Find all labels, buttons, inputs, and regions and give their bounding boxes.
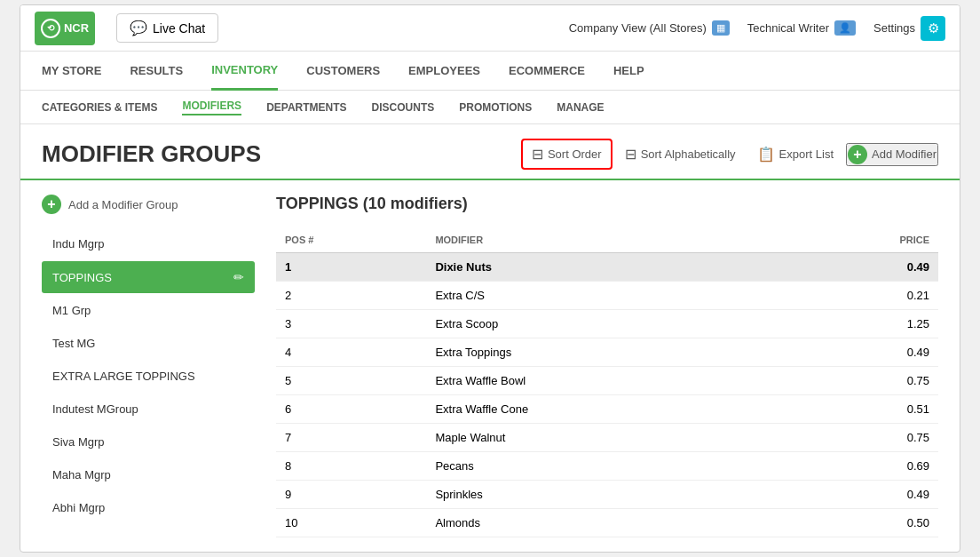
sidebar-item-extra-large-toppings[interactable]: EXTRA LARGE TOPPINGS — [42, 361, 255, 392]
col-modifier: MODIFIER — [426, 227, 784, 253]
company-view: Company View (All Stores) ▦ — [569, 20, 730, 36]
nav-my-store[interactable]: MY STORE — [42, 52, 101, 91]
top-bar-right: Company View (All Stores) ▦ Technical Wr… — [569, 16, 945, 41]
cell-modifier: Extra C/S — [426, 282, 784, 310]
cell-modifier: Extra Waffle Cone — [426, 395, 784, 424]
cell-pos: 4 — [276, 338, 426, 367]
export-list-button[interactable]: 📋 Export List — [748, 140, 842, 168]
sidebar-item-test-mg[interactable]: Test MG — [42, 328, 255, 359]
nav-employees[interactable]: EMPLOYEES — [408, 52, 480, 91]
add-modifier-label: Add Modifier — [872, 147, 937, 161]
col-pos: POS # — [276, 227, 426, 253]
sidebar-item-toppings[interactable]: TOPPINGS ✏ — [42, 261, 255, 293]
cell-price: 0.75 — [785, 424, 938, 452]
cell-price: 0.75 — [785, 367, 938, 395]
sort-order-icon: ⊟ — [532, 146, 543, 163]
sort-order-button[interactable]: ⊟ Sort Order — [521, 139, 612, 170]
cell-modifier: Maple Walnut — [426, 424, 784, 452]
cell-pos: 6 — [276, 395, 426, 424]
add-mg-label: Add a Modifier Group — [68, 198, 178, 211]
subnav-categories[interactable]: CATEGORIES & ITEMS — [42, 101, 157, 114]
sort-order-label: Sort Order — [548, 147, 602, 161]
sidebar-item-abhi-mgrp[interactable]: Abhi Mgrp — [42, 492, 255, 523]
ncr-logo-text: NCR — [64, 21, 89, 35]
cell-pos: 10 — [276, 509, 426, 537]
table-row[interactable]: 6 Extra Waffle Cone 0.51 — [276, 395, 938, 424]
table-row[interactable]: 4 Extra Toppings 0.49 — [276, 338, 938, 367]
sub-nav: CATEGORIES & ITEMS MODIFIERS DEPARTMENTS… — [20, 91, 960, 124]
export-icon: 📋 — [757, 146, 775, 163]
table-row[interactable]: 7 Maple Walnut 0.75 — [276, 424, 938, 452]
add-modifier-button[interactable]: + Add Modifier — [846, 143, 938, 166]
cell-modifier: Sprinkles — [426, 481, 784, 509]
settings-label: Settings — [873, 21, 915, 35]
top-bar: ⟲ NCR 💬 Live Chat Company View (All Stor… — [20, 5, 960, 52]
cell-price: 0.69 — [785, 452, 938, 481]
cell-modifier: Dixie Nuts — [426, 253, 784, 282]
nav-customers[interactable]: CUSTOMERS — [306, 52, 380, 91]
nav-inventory[interactable]: INVENTORY — [211, 52, 278, 91]
cell-price: 0.49 — [785, 253, 938, 282]
sort-alpha-icon: ⊟ — [625, 146, 636, 163]
nav-results[interactable]: RESULTS — [130, 52, 183, 91]
table-row[interactable]: 2 Extra C/S 0.21 — [276, 282, 938, 310]
subnav-discounts[interactable]: DISCOUNTS — [372, 101, 435, 114]
table-row[interactable]: 8 Pecans 0.69 — [276, 452, 938, 481]
page-header: MODIFIER GROUPS ⊟ Sort Order ⊟ Sort Alph… — [20, 124, 960, 180]
add-mg-plus-icon: + — [42, 195, 61, 214]
content-area: + Add a Modifier Group Indu Mgrp TOPPING… — [20, 180, 960, 552]
col-price: PRICE — [785, 227, 938, 253]
live-chat-button[interactable]: 💬 Live Chat — [116, 13, 218, 43]
subnav-modifiers[interactable]: MODIFIERS — [182, 99, 241, 115]
sort-alpha-button[interactable]: ⊟ Sort Alphabetically — [616, 140, 745, 168]
add-plus-icon: + — [848, 145, 867, 164]
company-view-label: Company View (All Stores) — [569, 21, 707, 35]
cell-pos: 8 — [276, 452, 426, 481]
cell-price: 0.51 — [785, 395, 938, 424]
cell-price: 0.49 — [785, 338, 938, 367]
cell-pos: 9 — [276, 481, 426, 509]
sidebar-item-indutest-mgroup[interactable]: Indutest MGroup — [42, 394, 255, 425]
nav-help[interactable]: HELP — [613, 52, 644, 91]
sort-alpha-label: Sort Alphabetically — [641, 147, 736, 161]
sidebar-item-maha-mgrp[interactable]: Maha Mgrp — [42, 459, 255, 490]
sidebar-item-m1-grp[interactable]: M1 Grp — [42, 295, 255, 326]
cell-pos: 7 — [276, 424, 426, 452]
subnav-manage[interactable]: MANAGE — [557, 101, 604, 114]
settings-gear-icon: ⚙ — [921, 16, 945, 41]
cell-price: 0.21 — [785, 282, 938, 310]
live-chat-label: Live Chat — [153, 21, 205, 36]
user-icon: 👤 — [834, 20, 856, 36]
cell-pos: 2 — [276, 282, 426, 310]
ncr-circle-icon: ⟲ — [41, 19, 60, 38]
cell-modifier: Almonds — [426, 509, 784, 537]
chat-icon: 💬 — [130, 20, 147, 36]
subnav-promotions[interactable]: PROMOTIONS — [459, 101, 532, 114]
table-row[interactable]: 1 Dixie Nuts 0.49 — [276, 253, 938, 282]
table-row[interactable]: 5 Extra Waffle Bowl 0.75 — [276, 367, 938, 395]
cell-price: 1.25 — [785, 310, 938, 338]
settings-link[interactable]: Settings ⚙ — [873, 16, 945, 41]
subnav-departments[interactable]: DEPARTMENTS — [266, 101, 346, 114]
cell-modifier: Extra Scoop — [426, 310, 784, 338]
table-row[interactable]: 10 Almonds 0.50 — [276, 509, 938, 537]
cell-pos: 1 — [276, 253, 426, 282]
table-row[interactable]: 3 Extra Scoop 1.25 — [276, 310, 938, 338]
table-row[interactable]: 9 Sprinkles 0.49 — [276, 481, 938, 509]
store-icon: ▦ — [712, 20, 730, 36]
group-title: TOPPINGS (10 modifiers) — [276, 195, 938, 213]
cell-price: 0.49 — [785, 481, 938, 509]
export-label: Export List — [779, 147, 834, 161]
add-modifier-group-button[interactable]: + Add a Modifier Group — [42, 195, 255, 214]
sidebar-item-siva-mgrp[interactable]: Siva Mgrp — [42, 426, 255, 458]
cell-price: 0.50 — [785, 509, 938, 537]
modifiers-table: POS # MODIFIER PRICE 1 Dixie Nuts 0.49 2… — [276, 227, 938, 537]
cell-pos: 5 — [276, 367, 426, 395]
page-actions: ⊟ Sort Order ⊟ Sort Alphabetically 📋 Exp… — [521, 139, 938, 170]
sidebar-item-indu-mgrp[interactable]: Indu Mgrp — [42, 228, 255, 259]
nav-ecommerce[interactable]: ECOMMERCE — [509, 52, 585, 91]
main-content: TOPPINGS (10 modifiers) POS # MODIFIER P… — [276, 195, 938, 537]
cell-modifier: Extra Toppings — [426, 338, 784, 367]
edit-icon: ✏ — [233, 270, 244, 284]
toppings-label: TOPPINGS — [52, 271, 112, 284]
